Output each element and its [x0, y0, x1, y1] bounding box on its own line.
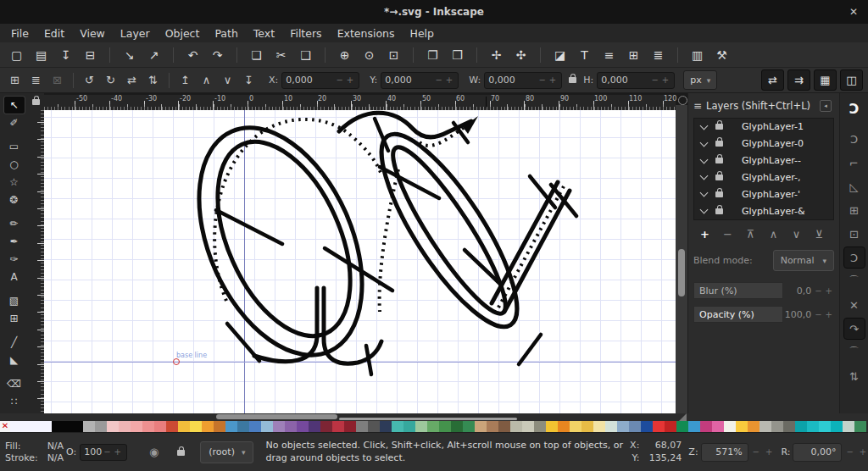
chevron-down-icon[interactable]: [700, 172, 709, 180]
color-swatch[interactable]: [760, 421, 771, 432]
color-swatch[interactable]: [249, 421, 261, 432]
color-swatch[interactable]: [285, 421, 297, 432]
raise-layer-button[interactable]: ∧: [762, 228, 785, 241]
opacity-plus-button[interactable]: +: [824, 310, 834, 319]
rotation-minus-button[interactable]: −: [844, 447, 854, 457]
layer-row[interactable]: GlyphLayer-,: [694, 169, 833, 186]
horizontal-scrollbar[interactable]: [0, 413, 868, 421]
blur-minus-button[interactable]: −: [813, 286, 823, 296]
menu-item[interactable]: View: [72, 25, 113, 42]
zoom-minus-button[interactable]: −: [751, 447, 761, 457]
color-swatch[interactable]: [831, 421, 843, 432]
select-all-layers-icon[interactable]: ≣: [26, 70, 46, 90]
color-swatch[interactable]: [558, 421, 570, 432]
chevron-down-icon[interactable]: [700, 189, 709, 197]
color-swatch[interactable]: [617, 421, 629, 432]
color-swatch[interactable]: [843, 421, 854, 432]
color-swatch[interactable]: [498, 421, 510, 432]
color-swatch[interactable]: [783, 421, 795, 432]
w-minus-button[interactable]: −: [537, 75, 547, 85]
menu-item[interactable]: Help: [403, 25, 442, 42]
fill-stroke-dialog-icon[interactable]: ◪: [550, 45, 570, 64]
save-document-icon[interactable]: ↧: [56, 45, 75, 64]
chevron-down-icon[interactable]: [700, 121, 709, 130]
move-transform-toggle[interactable]: ⇄: [761, 69, 784, 91]
export-icon[interactable]: ↗: [144, 45, 164, 64]
zoom-plus-button[interactable]: +: [764, 447, 774, 457]
color-managed-view-icon[interactable]: [678, 96, 687, 105]
h-plus-button[interactable]: +: [660, 75, 670, 85]
vertical-scrollbar-thumb[interactable]: [678, 249, 685, 296]
color-swatch[interactable]: [273, 421, 285, 432]
scale-transform-toggle[interactable]: ⇉: [787, 69, 810, 91]
opacity-slider[interactable]: Opacity (%): [693, 306, 783, 323]
zoom-page-icon[interactable]: ⊡: [384, 45, 403, 64]
lock-ratio-icon[interactable]: [569, 77, 576, 83]
corners-transform-toggle[interactable]: ▦: [814, 69, 837, 91]
duplicate-icon[interactable]: ❐: [423, 45, 442, 64]
color-swatch[interactable]: [676, 421, 688, 432]
panel-menu-icon[interactable]: ≡: [693, 100, 702, 112]
color-swatch[interactable]: [261, 421, 273, 432]
zoom-drawing-icon[interactable]: ⊙: [359, 45, 379, 64]
color-swatch[interactable]: [688, 421, 700, 432]
color-swatch[interactable]: [142, 421, 154, 432]
color-swatch[interactable]: [534, 421, 546, 432]
color-swatch[interactable]: [653, 421, 665, 432]
undo-icon[interactable]: ↶: [183, 45, 203, 64]
snap-bbox-edges-icon[interactable]: ⌐: [844, 152, 865, 173]
snap-bbox-edge-midpoints-icon[interactable]: ⊞: [844, 200, 865, 220]
layer-row[interactable]: GlyphLayer-0: [694, 136, 833, 152]
color-swatch[interactable]: [427, 421, 439, 432]
rotation-plus-button[interactable]: +: [858, 447, 868, 457]
object-opacity-field[interactable]: 100 − +: [80, 444, 127, 461]
clone-icon[interactable]: ❒: [448, 45, 467, 64]
color-swatch[interactable]: [475, 421, 487, 432]
deselect-icon[interactable]: ⊠: [47, 70, 67, 90]
raise-icon[interactable]: ∧: [197, 70, 216, 90]
no-color-swatch[interactable]: ✕: [0, 421, 10, 432]
color-swatch[interactable]: [107, 421, 119, 432]
raise-layer-to-top-button[interactable]: ⊼: [739, 228, 762, 241]
mesh-tool[interactable]: ⊞: [4, 310, 25, 327]
unlock-icon[interactable]: [715, 158, 723, 163]
color-swatch[interactable]: [712, 421, 724, 432]
color-swatch[interactable]: [605, 421, 617, 432]
opacity-plus-button[interactable]: +: [113, 447, 123, 457]
color-swatch[interactable]: [154, 421, 166, 432]
unlock-icon[interactable]: [715, 175, 723, 180]
ellipse-tool[interactable]: ○: [4, 156, 25, 173]
xml-editor-icon[interactable]: ⊞: [624, 45, 643, 64]
color-swatch[interactable]: [463, 421, 475, 432]
color-swatch[interactable]: [225, 421, 237, 432]
lower-layer-to-bottom-button[interactable]: ⊻: [808, 228, 831, 241]
h-minus-button[interactable]: −: [649, 75, 659, 85]
color-swatch[interactable]: [131, 421, 142, 432]
w-plus-button[interactable]: +: [548, 75, 558, 85]
menu-item[interactable]: Text: [246, 25, 282, 42]
dock-collapse-button[interactable]: ◂: [820, 100, 832, 112]
open-document-icon[interactable]: ▤: [31, 45, 51, 64]
color-swatch[interactable]: [190, 421, 202, 432]
blend-mode-dropdown[interactable]: Normal ▾: [773, 250, 834, 271]
remove-layer-button[interactable]: −: [716, 228, 739, 241]
color-swatch[interactable]: [795, 421, 807, 432]
y-plus-button[interactable]: +: [444, 75, 454, 85]
lower-icon[interactable]: ∨: [218, 70, 237, 90]
snap-smooth-nodes-icon[interactable]: ↷: [844, 319, 865, 339]
snap-line-midpoints-icon[interactable]: ⇅: [844, 366, 865, 386]
color-swatch[interactable]: [487, 421, 498, 432]
lower-layer-button[interactable]: ∨: [785, 228, 808, 241]
layer-row[interactable]: GlyphLayer-&: [694, 202, 833, 219]
opacity-minus-button[interactable]: −: [102, 447, 112, 457]
cut-icon[interactable]: ✂: [271, 45, 291, 64]
blur-plus-button[interactable]: +: [824, 286, 834, 296]
rotate-cw-icon[interactable]: ↻: [101, 70, 120, 90]
color-swatch[interactable]: [237, 421, 249, 432]
paste-icon[interactable]: ❑: [296, 45, 315, 64]
current-layer-dropdown[interactable]: (root) ▾: [200, 441, 253, 463]
canvas[interactable]: base line: [44, 110, 676, 413]
color-swatch[interactable]: [392, 421, 403, 432]
eraser-tool[interactable]: ⌫: [4, 375, 25, 392]
x-plus-button[interactable]: +: [345, 75, 355, 85]
